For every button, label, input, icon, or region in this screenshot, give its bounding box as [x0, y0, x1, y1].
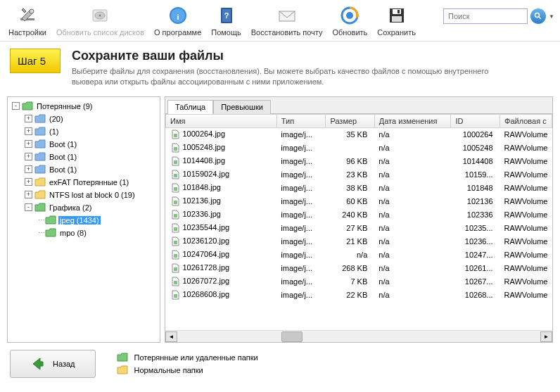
tree-node[interactable]: +Boot (1)	[9, 163, 158, 176]
tree-node[interactable]: +Boot (1)	[9, 138, 158, 151]
scroll-thumb[interactable]	[281, 331, 303, 342]
tree-label: jpeg (1434)	[58, 216, 101, 225]
tree-toggle-icon[interactable]: +	[25, 127, 32, 135]
tab-thumbs[interactable]: Превьюшки	[213, 100, 271, 114]
file-icon	[170, 170, 180, 179]
horizontal-scrollbar[interactable]: ◄ ►	[165, 330, 552, 342]
col-date[interactable]: Дата изменения	[374, 114, 451, 127]
file-table: Имя Тип Размер Дата изменения ID Файлова…	[165, 114, 552, 302]
table-row[interactable]: 10267072.jpgimage/j...7 KBn/a10267...RAW…	[166, 274, 552, 288]
col-size[interactable]: Размер	[326, 114, 374, 127]
file-table-wrap[interactable]: Имя Тип Размер Дата изменения ID Файлова…	[165, 114, 552, 330]
col-id[interactable]: ID	[451, 114, 500, 127]
svg-rect-32	[174, 281, 177, 284]
col-type[interactable]: Тип	[276, 114, 326, 127]
tree-toggle-icon[interactable]: -	[12, 102, 20, 110]
folder-icon	[34, 190, 46, 200]
svg-rect-21	[174, 134, 177, 137]
file-icon	[170, 263, 180, 273]
scroll-left-arrow[interactable]: ◄	[165, 331, 177, 342]
search-button[interactable]	[530, 8, 546, 24]
table-row[interactable]: 10261728.jpgimage/j...268 KBn/a10261...R…	[166, 261, 552, 274]
disk-icon	[89, 4, 111, 27]
file-icon	[170, 143, 180, 153]
tree-node[interactable]: + (20)	[9, 113, 158, 125]
table-row[interactable]: 10235544.jpgimage/j...27 KBn/a10235...RA…	[166, 221, 552, 234]
legend-normal-label: Нормальные папки	[134, 366, 203, 374]
scroll-right-arrow[interactable]: ►	[540, 331, 552, 342]
table-row[interactable]: 10268608.jpgimage/j...22 KBn/a10268...RA…	[166, 288, 552, 301]
file-icon	[170, 236, 180, 246]
restore-mail-button[interactable]: Восстановить почту	[248, 3, 326, 38]
tab-table[interactable]: Таблица	[167, 100, 213, 114]
table-row[interactable]: 1005248.jpgimage/j...n/a1005248RAWVolume	[166, 141, 552, 154]
search-input[interactable]	[443, 8, 528, 24]
folder-tree[interactable]: -Потерянные (9)+ (20)+ (1)+Boot (1)+Boot…	[7, 96, 160, 343]
svg-rect-23	[174, 160, 177, 164]
help-button[interactable]: ? Помощь	[208, 3, 244, 38]
tree-node[interactable]: +NTFS lost at block 0 (19)	[9, 189, 158, 201]
table-row[interactable]: 10247064.jpgimage/j...n/an/a10247...RAWV…	[166, 248, 552, 261]
table-row[interactable]: 1014408.jpgimage/j...96 KBn/a1014408RAWV…	[166, 154, 552, 167]
tree-toggle-icon[interactable]: +	[25, 140, 32, 148]
tree-node[interactable]: +exFAT Потерянные (1)	[9, 176, 158, 189]
settings-icon	[16, 4, 39, 27]
folder-icon	[34, 203, 46, 213]
back-arrow-icon	[30, 356, 46, 372]
svg-rect-17	[397, 10, 400, 13]
table-row[interactable]: 10159024.jpgimage/j...23 KBn/a10159...RA…	[166, 167, 552, 181]
settings-button[interactable]: Настройки	[6, 3, 49, 38]
tree-toggle-icon[interactable]: +	[25, 178, 32, 186]
file-icon	[170, 277, 180, 286]
svg-rect-27	[174, 214, 177, 217]
step-description: Выберите файлы для сохранения (восстанов…	[72, 66, 494, 88]
save-icon	[386, 4, 408, 27]
table-row[interactable]: 10236120.jpgimage/j...21 KBn/a10236...RA…	[166, 234, 552, 248]
file-icon	[170, 223, 180, 233]
svg-rect-16	[393, 9, 401, 14]
info-icon: i	[167, 4, 189, 27]
tree-node[interactable]: +Boot (1)	[9, 151, 158, 163]
tree-node[interactable]: + (1)	[9, 125, 158, 138]
folder-icon	[22, 101, 33, 111]
tree-label: Потерянные (9)	[35, 102, 94, 110]
tree-label: exFAT Потерянные (1)	[48, 178, 130, 186]
svg-point-14	[346, 12, 353, 19]
table-row[interactable]: 102136.jpgimage/j...60 KBn/a102136RAWVol…	[166, 194, 552, 208]
refresh-button[interactable]: Обновить	[330, 3, 371, 38]
tree-node[interactable]: ⋯jpeg (1434)	[9, 214, 158, 227]
refresh-disks-button[interactable]: Обновить список дисков	[53, 3, 147, 38]
tree-leaf-icon: ⋯	[37, 229, 45, 236]
folder-icon	[34, 165, 46, 175]
step-title: Сохраните ваши файлы	[72, 49, 494, 63]
tree-leaf-icon: ⋯	[37, 216, 45, 224]
table-row[interactable]: 102336.jpgimage/j...240 KBn/a102336RAWVo…	[166, 208, 552, 221]
tree-toggle-icon[interactable]: +	[25, 115, 32, 122]
file-icon	[170, 129, 180, 139]
table-row[interactable]: 101848.jpgimage/j...38 KBn/a101848RAWVol…	[166, 181, 552, 194]
folder-icon	[45, 228, 56, 238]
tree-label: Boot (1)	[48, 140, 78, 148]
svg-rect-29	[174, 241, 177, 244]
tree-toggle-icon[interactable]: +	[25, 165, 32, 173]
tree-node[interactable]: -Потерянные (9)	[9, 100, 158, 113]
svg-text:?: ?	[224, 11, 229, 20]
tree-toggle-icon[interactable]: -	[25, 203, 32, 211]
tree-toggle-icon[interactable]: +	[25, 191, 32, 198]
back-button[interactable]: Назад	[10, 350, 96, 378]
tree-label: (20)	[48, 115, 65, 123]
folder-icon	[45, 215, 56, 225]
file-icon	[170, 156, 180, 166]
svg-text:i: i	[177, 13, 179, 21]
folder-icon	[34, 152, 46, 162]
tree-node[interactable]: ⋯mpo (8)	[9, 227, 158, 239]
save-button[interactable]: Сохранить	[374, 3, 419, 38]
tree-toggle-icon[interactable]: +	[25, 153, 32, 160]
table-row[interactable]: 1000264.jpgimage/j...35 KBn/a1000264RAWV…	[166, 127, 552, 141]
search-dropdown[interactable]: ▼	[549, 8, 554, 24]
col-name[interactable]: Имя	[166, 114, 277, 127]
tree-node[interactable]: -Графика (2)	[9, 201, 158, 214]
search-area: ▼	[443, 8, 554, 24]
col-fs[interactable]: Файловая с	[500, 114, 552, 127]
about-button[interactable]: i О программе	[151, 3, 204, 38]
